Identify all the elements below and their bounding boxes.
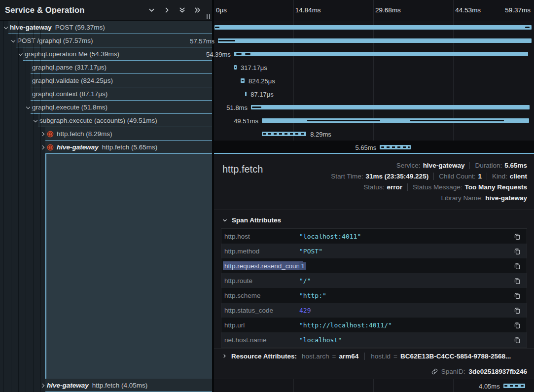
copy-icon[interactable] <box>514 307 521 314</box>
expand-chevron-icon[interactable] <box>19 52 23 57</box>
tree-row[interactable]: graphql.execute (51.8ms) <box>0 101 212 114</box>
span-id-value: 3de02518937fb246 <box>468 368 527 375</box>
collapse-one-chevron-right-icon[interactable] <box>163 6 171 14</box>
attribute-row[interactable]: http.scheme "http:" <box>221 288 527 303</box>
tree-row[interactable]: http.fetch (8.29ms) <box>0 127 212 141</box>
tree-row-content: graphql.validate (824.25μs) <box>0 74 212 87</box>
tree-row[interactable]: hive-gateway http.fetch (5.65ms) <box>0 141 212 154</box>
tree-row[interactable]: graphql.operation Me (54.39ms) <box>0 47 212 61</box>
tree-row[interactable]: graphql.context (87.17μs) <box>0 87 212 101</box>
meta-value: 5.65ms <box>504 162 527 169</box>
tree-rail <box>0 154 45 379</box>
expand-chevron-icon[interactable] <box>4 26 8 30</box>
copy-icon[interactable] <box>514 262 521 270</box>
indent-guide <box>11 21 11 392</box>
timeline-row-bottom[interactable]: 4.05ms <box>214 379 534 392</box>
timeline-row[interactable]: 317.17μs <box>214 61 534 74</box>
tree-row-content: hive-gateway http.fetch (5.65ms) <box>0 141 212 154</box>
tree-row-bottom[interactable]: hive-gateway http.fetch (4.05ms) <box>0 379 212 392</box>
attribute-row[interactable]: http.request.resend_count 1 <box>221 258 527 273</box>
span-attributes-header[interactable]: Span Attributes <box>214 210 534 228</box>
tree-row[interactable]: hive-gateway POST (59.37ms) <box>0 21 212 34</box>
attribute-row[interactable]: net.host.name "localhost" <box>221 332 527 347</box>
span-duration-bar[interactable]: 8.29ms <box>262 132 306 136</box>
tree-row[interactable]: POST /graphql (57.57ms) <box>0 34 212 47</box>
span-operation-label: http.fetch (8.29ms) <box>57 130 112 138</box>
meta-value: hive-gateway <box>423 162 465 169</box>
collapse-all-double-chevron-right-icon[interactable] <box>193 6 201 14</box>
span-duration-bar[interactable]: 4.05ms <box>503 384 525 388</box>
span-duration-bar[interactable]: 317.17μs <box>234 65 237 70</box>
attribute-row[interactable]: http.host "localhost:4011" <box>221 229 527 244</box>
resource-attributes-title: Resource Attributes: <box>231 353 297 360</box>
span-duration-bar[interactable]: 87.17μs <box>245 92 247 96</box>
attribute-row[interactable]: http.method "POST" <box>221 244 527 258</box>
attribute-row[interactable]: http.route "/" <box>221 273 527 288</box>
span-operation-label: POST (59.37ms) <box>55 24 105 31</box>
meta-item: Library Name: hive-gateway <box>441 194 527 202</box>
expand-chevron-icon[interactable] <box>41 145 45 150</box>
timeline-row[interactable]: 57.57ms <box>214 34 534 47</box>
attribute-value: "localhost" <box>299 336 510 344</box>
meta-item: Child Count: 1 <box>433 173 482 180</box>
left-panel-header: Service & Operation <box>0 0 212 21</box>
copy-icon[interactable] <box>514 336 521 344</box>
time-tick-label: 14.84ms <box>295 0 321 21</box>
span-duration-bar[interactable]: 51.8ms <box>251 105 530 109</box>
meta-value: 1 <box>478 173 482 180</box>
duration-label: 51.8ms <box>226 104 248 111</box>
expand-chevron-icon[interactable] <box>11 39 16 43</box>
tree-toolbar <box>147 0 201 20</box>
expand-chevron-icon[interactable] <box>34 119 38 123</box>
timeline-row[interactable]: 49.51ms <box>214 114 534 127</box>
copy-icon[interactable] <box>514 277 521 285</box>
span-id-label: SpanID: <box>441 368 465 375</box>
gridline <box>453 0 454 21</box>
timeline-row[interactable]: 8.29ms <box>214 127 534 141</box>
span-duration-bar[interactable]: 57.57ms <box>218 38 532 43</box>
selected-span-expanded-area <box>45 154 212 379</box>
timeline-row[interactable]: 5.65ms <box>214 141 534 154</box>
copy-icon[interactable] <box>514 233 521 240</box>
attribute-row[interactable]: http.status_code 429 <box>221 303 527 318</box>
section-chevron-right-icon[interactable] <box>222 353 227 360</box>
timeline-row[interactable] <box>214 21 534 34</box>
tree-row[interactable]: graphql.parse (317.17μs) <box>0 61 212 74</box>
timeline-row[interactable]: 87.17μs <box>214 87 534 101</box>
expand-all-double-chevron-down-icon[interactable] <box>178 6 186 14</box>
section-chevron-down-icon[interactable] <box>222 218 227 223</box>
expand-chevron-icon[interactable] <box>41 384 45 388</box>
panel-resize-handle[interactable] <box>207 14 210 19</box>
span-duration-bar[interactable]: 49.51ms <box>262 118 529 123</box>
expand-chevron-icon[interactable] <box>41 132 45 137</box>
attribute-key: http.host <box>224 233 299 240</box>
span-duration-bar[interactable] <box>214 25 532 30</box>
copy-icon[interactable] <box>514 248 521 255</box>
span-operation-label: http.fetch (4.05ms) <box>92 382 148 389</box>
span-operation-label: subgraph.execute (accounts) (49.51ms) <box>39 117 157 124</box>
span-duration-bar[interactable]: 824.25μs <box>241 78 245 83</box>
attribute-value: "http://localhost:4011/" <box>299 321 510 329</box>
meta-label: Status Message: <box>413 183 463 191</box>
timeline-row[interactable]: 54.39ms <box>214 47 534 61</box>
copy-icon[interactable] <box>514 321 521 329</box>
meta-line: Status: error Status Message: Too Many R… <box>363 181 527 192</box>
resource-attributes-header[interactable]: Resource Attributes: <box>222 353 297 360</box>
link-icon[interactable] <box>431 368 438 375</box>
timeline-row[interactable]: 51.8ms <box>214 101 534 114</box>
resource-attributes-row[interactable]: Resource Attributes: host.arch = arm64 h… <box>214 348 534 364</box>
tree-row[interactable]: subgraph.execute (accounts) (49.51ms) <box>0 114 212 127</box>
duration-label: 8.29ms <box>310 130 331 138</box>
collapse-one-chevron-down-icon[interactable] <box>147 6 155 14</box>
expand-chevron-icon[interactable] <box>26 106 31 110</box>
span-duration-bar[interactable]: 54.39ms <box>234 52 528 56</box>
detail-header: http.fetch Service: hive-gateway <box>214 154 534 205</box>
copy-icon[interactable] <box>514 292 521 299</box>
attribute-row[interactable]: http.url "http://localhost:4011/" <box>221 318 527 332</box>
tree-row[interactable]: graphql.validate (824.25μs) <box>0 74 212 87</box>
attribute-value: "POST" <box>299 248 510 255</box>
timeline-row[interactable]: 824.25μs <box>214 74 534 87</box>
meta-value: hive-gateway <box>485 194 527 202</box>
span-duration-bar[interactable]: 5.65ms <box>380 145 411 149</box>
resource-key: host.arch <box>302 353 329 360</box>
